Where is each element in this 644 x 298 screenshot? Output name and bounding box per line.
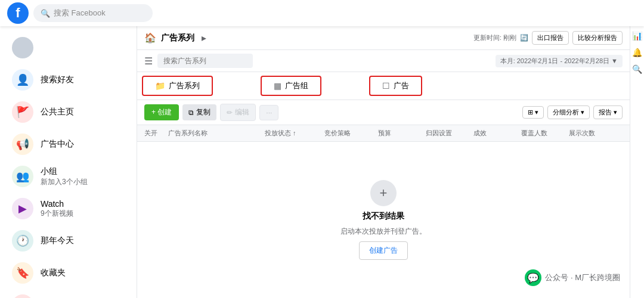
- btn-cols[interactable]: ⊞ ▾: [522, 106, 544, 119]
- duplicate-icon: ⧉: [188, 108, 194, 117]
- sidebar-item-label: 收藏夹: [41, 268, 66, 278]
- btn-report[interactable]: 报告 ▾: [593, 105, 623, 119]
- btn-create[interactable]: + 创建: [144, 104, 179, 120]
- search-placeholder: 搜索 Facebook: [54, 8, 106, 18]
- public-page-icon: 🚩: [12, 101, 33, 123]
- left-sidebar: 👤 搜索好友 🚩 公共主页 📢 广告中心 👥 小组 新加入3个小组 ▶ Watc…: [0, 26, 137, 298]
- right-sidebar: 📊 🔔 🔍: [630, 26, 644, 298]
- tab-ads-label: 广告: [394, 80, 409, 91]
- sidebar-item-bookmarks[interactable]: 🔖 收藏夹: [5, 257, 132, 288]
- find-friends-icon: 👤: [12, 69, 33, 91]
- groups-sub: 新加入3个小组: [41, 177, 88, 187]
- ad-manager-panel: 🏠 广告系列 ▸ 更新时间: 刚刚 🔄 出口报告 比较分析报告 ☰ 本月: 20…: [137, 26, 630, 298]
- search-icon-right[interactable]: 🔍: [632, 64, 642, 74]
- btn-export[interactable]: 出口报告: [532, 31, 569, 45]
- ad-center-icon: 📢: [12, 134, 33, 155]
- watermark-text: 公众号 · M厂长跨境圈: [545, 272, 620, 283]
- top-bar: f 🔍 搜索 Facebook: [0, 0, 644, 26]
- empty-icon: +: [370, 180, 397, 206]
- watch-text-col: Watch 9个新视频: [41, 199, 73, 219]
- sidebar-item-on-this-day[interactable]: 🕐 那年今天: [5, 225, 132, 256]
- bookmark-icon: 🔖: [12, 262, 33, 284]
- watermark: 💬 公众号 · M厂长跨境圈: [525, 269, 620, 286]
- ad-manager-title: 广告系列: [161, 33, 194, 44]
- title-dot: ▸: [202, 32, 206, 44]
- empty-desc: 启动本次投放并刊登广告。: [340, 226, 426, 237]
- sidebar-item-groups[interactable]: 👥 小组 新加入3个小组: [5, 161, 132, 192]
- right-controls: 更新时间: 刚刚 🔄 出口报告 比较分析报告: [473, 31, 623, 45]
- sidebar-item-label: 搜索好友: [41, 74, 74, 85]
- wechat-icon: 💬: [525, 269, 541, 286]
- sidebar-item-label: 广告中心: [41, 139, 74, 150]
- home-icon[interactable]: 🏠: [144, 32, 156, 44]
- btn-duplicate[interactable]: ⧉ 复制: [182, 104, 216, 120]
- btn-more[interactable]: ···: [259, 105, 278, 120]
- btn-create-ad[interactable]: 创建广告: [359, 241, 408, 260]
- tabs-row: 📁 广告系列 ▦ 广告组 ☐ 广告: [137, 72, 630, 100]
- folder-icon: 📁: [155, 81, 165, 91]
- bell-icon[interactable]: 🔔: [632, 48, 642, 57]
- tab-campaigns[interactable]: 📁 广告系列: [142, 76, 213, 96]
- btn-compare[interactable]: 比较分析报告: [572, 31, 623, 45]
- heart-icon: ❤: [12, 294, 33, 298]
- tab-ads[interactable]: ☐ 广告: [369, 76, 422, 96]
- search-icon: 🔍: [41, 9, 50, 18]
- tab-campaigns-label: 广告系列: [169, 80, 200, 91]
- groups-label: 小组: [41, 166, 88, 177]
- date-badge[interactable]: 本月: 2022年2月1日 - 2022年2月28日 ▼: [496, 55, 623, 67]
- th-results: 成效: [473, 129, 521, 138]
- th-reach: 覆盖人数: [521, 129, 569, 138]
- search-bar[interactable]: 🔍 搜索 Facebook: [33, 4, 153, 22]
- tab-adsets-label: 广告组: [285, 80, 308, 91]
- th-status: 投放状态 ↑: [265, 129, 324, 138]
- sidebar-item-find-friends[interactable]: 👤 搜索好友: [5, 64, 132, 95]
- ad-search-input[interactable]: [157, 54, 253, 68]
- tab-adsets[interactable]: ▦ 广告组: [261, 76, 321, 96]
- avatar: [12, 37, 33, 58]
- refresh-icon[interactable]: 🔄: [520, 34, 528, 42]
- toolbar-row: + 创建 ⧉ 复制 ✏ 编辑 ··· ⊞ ▾ 分细分析 ▾ 报告 ▾: [137, 100, 630, 125]
- menu-icon[interactable]: ☰: [144, 55, 153, 67]
- th-attr: 归因设置: [426, 129, 473, 138]
- groups-text-col: 小组 新加入3个小组: [41, 166, 88, 187]
- watch-icon: ▶: [12, 198, 33, 219]
- th-budget: 预算: [378, 129, 426, 138]
- btn-edit[interactable]: ✏ 编辑: [220, 104, 256, 121]
- ad-manager-top-bar: 🏠 广告系列 ▸ 更新时间: 刚刚 🔄 出口报告 比较分析报告: [137, 26, 630, 50]
- groups-icon: 👥: [12, 166, 33, 187]
- sidebar-item-label: 公共主页: [41, 107, 74, 117]
- chart-icon-right[interactable]: 📊: [632, 31, 642, 41]
- watch-label: Watch: [41, 199, 73, 209]
- duplicate-label: 复制: [196, 107, 210, 117]
- btn-breakdown[interactable]: 分细分析 ▾: [547, 105, 590, 119]
- sidebar-item-watch[interactable]: ▶ Watch 9个新视频: [5, 193, 132, 224]
- ad-icon: ☐: [382, 81, 390, 91]
- search-row: ☰ 本月: 2022年2月1日 - 2022年2月28日 ▼: [137, 50, 630, 72]
- toolbar-right: ⊞ ▾ 分细分析 ▾ 报告 ▾: [522, 105, 623, 119]
- th-bid: 竞价策略: [324, 129, 378, 138]
- sidebar-item-label: 那年今天: [41, 235, 74, 246]
- sidebar-user[interactable]: [5, 32, 132, 63]
- update-time: 更新时间: 刚刚: [473, 33, 516, 42]
- adset-icon: ▦: [274, 81, 281, 91]
- facebook-logo: f: [7, 2, 29, 24]
- watch-sub: 9个新视频: [41, 209, 73, 219]
- empty-title: 找不到结果: [363, 211, 404, 222]
- th-toggle: 关开: [144, 129, 168, 138]
- table-header: 关开 广告系列名称 投放状态 ↑ 竞价策略 预算 归因设置 成效 覆盖人数 展示…: [137, 125, 630, 142]
- th-name: 广告系列名称: [168, 129, 265, 138]
- sidebar-item-ad-center[interactable]: 📢 广告中心: [5, 129, 132, 160]
- th-impressions: 展示次数: [569, 129, 623, 138]
- sidebar-item-fundraising[interactable]: ❤ 筹款活动: [5, 290, 132, 298]
- edit-icon: ✏: [227, 108, 233, 117]
- edit-label: 编辑: [235, 107, 249, 117]
- main-content: 🏠 广告系列 ▸ 更新时间: 刚刚 🔄 出口报告 比较分析报告 ☰ 本月: 20…: [137, 26, 630, 298]
- clock-icon: 🕐: [12, 230, 33, 252]
- sidebar-item-public-page[interactable]: 🚩 公共主页: [5, 97, 132, 128]
- main-layout: 👤 搜索好友 🚩 公共主页 📢 广告中心 👥 小组 新加入3个小组 ▶ Watc…: [0, 26, 644, 298]
